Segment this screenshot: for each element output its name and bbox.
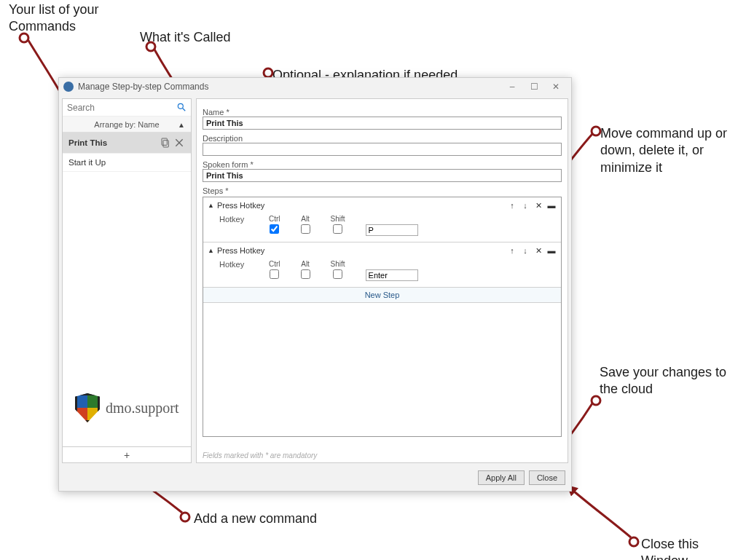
step-delete-icon[interactable]: ✕ bbox=[533, 200, 543, 210]
annot-close-window: Close this Window bbox=[641, 536, 746, 560]
svg-point-9 bbox=[629, 537, 638, 546]
ctrl-checkbox[interactable] bbox=[270, 224, 279, 234]
command-item-label: Start it Up bbox=[68, 158, 106, 167]
hotkey-label: Hotkey bbox=[219, 260, 269, 281]
mandatory-note: Fields marked with * are mandatory bbox=[197, 447, 568, 462]
new-step-button[interactable]: New Step bbox=[203, 288, 561, 303]
hotkey-key-input[interactable] bbox=[366, 269, 418, 281]
step-minimize-icon[interactable]: ▬ bbox=[546, 200, 557, 210]
description-label: Description bbox=[203, 134, 562, 143]
dialog-manage-commands: Manage Step-by-step Commands – ☐ ✕ Arran… bbox=[58, 77, 572, 492]
command-item-print-this[interactable]: Print This bbox=[63, 133, 191, 154]
step-title: Press Hotkey bbox=[217, 201, 504, 210]
titlebar: Manage Step-by-step Commands – ☐ ✕ bbox=[59, 78, 571, 95]
step-move-down-icon[interactable]: ↓ bbox=[520, 245, 530, 256]
search-input[interactable] bbox=[63, 101, 191, 114]
delete-icon[interactable] bbox=[173, 137, 185, 149]
step-move-down-icon[interactable]: ↓ bbox=[520, 200, 530, 210]
command-item-start-it-up[interactable]: Start it Up bbox=[63, 154, 191, 172]
window-maximize-button[interactable]: ☐ bbox=[523, 79, 545, 94]
step-1: ▲ Press Hotkey ↑ ↓ ✕ ▬ Hotkey Ctrl bbox=[203, 197, 561, 242]
svg-point-2 bbox=[264, 68, 272, 77]
arrange-by-label: Arrange by: Name bbox=[94, 120, 159, 129]
alt-checkbox[interactable] bbox=[301, 269, 310, 279]
window-title: Manage Step-by-step Commands bbox=[78, 82, 501, 92]
collapse-icon[interactable]: ▲ bbox=[208, 247, 214, 254]
annot-save-changes: Save your changes to the cloud bbox=[600, 364, 738, 398]
name-label: Name * bbox=[203, 108, 562, 117]
key-col-label bbox=[390, 215, 393, 223]
hotkey-label: Hotkey bbox=[219, 215, 269, 236]
svg-point-8 bbox=[181, 513, 189, 521]
svg-point-10 bbox=[178, 103, 183, 109]
ctrl-checkbox[interactable] bbox=[270, 269, 279, 279]
spoken-form-label: Spoken form * bbox=[203, 160, 562, 169]
add-command-button[interactable]: + bbox=[63, 446, 191, 462]
alt-col-label: Alt bbox=[301, 215, 310, 223]
annot-add-command: Add a new command bbox=[194, 510, 317, 527]
sort-direction-icon: ▲ bbox=[178, 121, 185, 129]
description-input[interactable] bbox=[203, 143, 562, 156]
search-icon bbox=[176, 102, 186, 112]
annot-move-command: Move command up or down, delete it, or m… bbox=[600, 125, 739, 176]
svg-line-11 bbox=[183, 109, 186, 111]
command-list: Print This Start it Up bbox=[63, 133, 191, 446]
annot-your-list: Your list of your Commands bbox=[9, 1, 140, 36]
steps-label: Steps * bbox=[203, 186, 562, 195]
shift-checkbox[interactable] bbox=[333, 269, 342, 279]
annot-what-called: What it's Called bbox=[140, 29, 230, 46]
step-delete-icon[interactable]: ✕ bbox=[533, 245, 543, 256]
collapse-icon[interactable]: ▲ bbox=[208, 202, 214, 209]
command-sidebar: Arrange by: Name ▲ Print This bbox=[62, 98, 192, 463]
svg-point-4 bbox=[592, 127, 600, 135]
window-close-button[interactable]: ✕ bbox=[545, 79, 567, 94]
copy-icon[interactable] bbox=[159, 137, 170, 149]
steps-container: ▲ Press Hotkey ↑ ↓ ✕ ▬ Hotkey Ctrl bbox=[203, 197, 562, 437]
alt-checkbox[interactable] bbox=[301, 224, 310, 234]
step-2: ▲ Press Hotkey ↑ ↓ ✕ ▬ Hotkey Ctrl bbox=[203, 242, 561, 288]
arrange-by-row[interactable]: Arrange by: Name ▲ bbox=[63, 117, 191, 133]
shift-col-label: Shift bbox=[331, 215, 345, 223]
ctrl-col-label: Ctrl bbox=[269, 215, 280, 223]
key-col-label bbox=[390, 260, 393, 268]
apply-all-button[interactable]: Apply All bbox=[478, 470, 525, 485]
search-row bbox=[63, 99, 191, 117]
spoken-form-input[interactable] bbox=[203, 169, 562, 182]
step-move-up-icon[interactable]: ↑ bbox=[507, 245, 517, 256]
name-input[interactable] bbox=[203, 117, 562, 130]
command-editor: Name * Description Spoken form * Steps *… bbox=[196, 98, 568, 463]
step-move-up-icon[interactable]: ↑ bbox=[507, 200, 517, 210]
shift-col-label: Shift bbox=[331, 260, 345, 268]
step-minimize-icon[interactable]: ▬ bbox=[546, 245, 557, 256]
svg-rect-13 bbox=[163, 141, 168, 147]
dialog-button-bar: Apply All Close bbox=[59, 466, 571, 491]
alt-col-label: Alt bbox=[301, 260, 310, 268]
app-icon bbox=[63, 82, 74, 92]
svg-rect-12 bbox=[162, 138, 167, 145]
hotkey-key-input[interactable] bbox=[366, 224, 418, 236]
ctrl-col-label: Ctrl bbox=[269, 260, 280, 268]
command-item-label: Print This bbox=[68, 138, 107, 147]
step-title: Press Hotkey bbox=[217, 246, 504, 255]
shift-checkbox[interactable] bbox=[333, 224, 342, 234]
close-button[interactable]: Close bbox=[529, 470, 565, 485]
window-minimize-button[interactable]: – bbox=[501, 79, 523, 94]
